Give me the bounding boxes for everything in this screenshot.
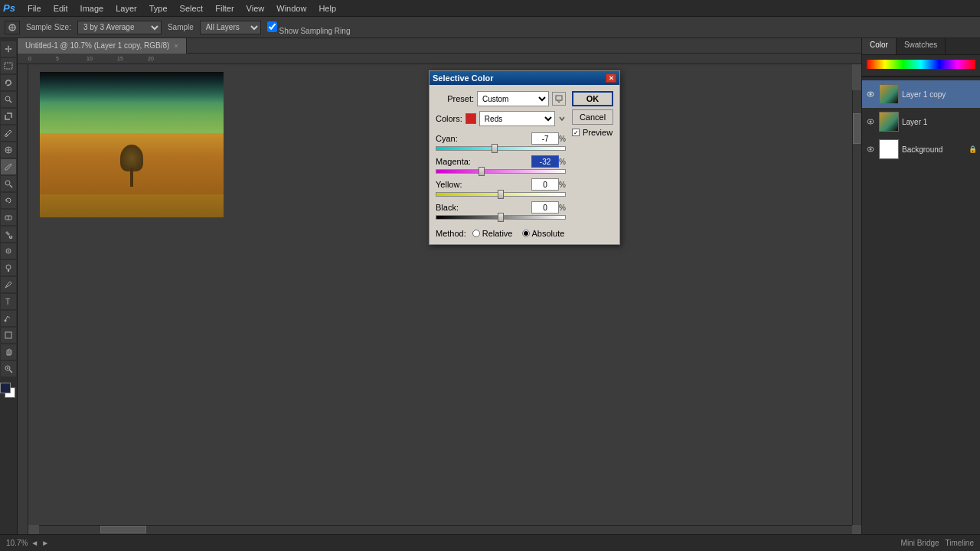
healing-brush-tool[interactable] xyxy=(1,142,16,158)
yellow-input[interactable] xyxy=(531,178,559,191)
cyan-input[interactable] xyxy=(531,132,559,145)
preset-load-button[interactable] xyxy=(552,92,566,106)
show-sampling-ring-label: Show Sampling Ring xyxy=(267,20,351,35)
tab-color[interactable]: Color xyxy=(862,38,897,54)
preset-label: Preset: xyxy=(436,94,474,103)
eraser-tool[interactable] xyxy=(1,210,16,225)
svg-point-31 xyxy=(870,148,872,151)
preset-select[interactable]: Custom xyxy=(477,91,549,106)
pen-tool[interactable] xyxy=(1,277,16,292)
rectangle-select-tool[interactable] xyxy=(1,58,16,73)
foreground-color-swatch[interactable] xyxy=(0,383,11,393)
shape-tool[interactable] xyxy=(1,328,16,343)
scroll-horizontal[interactable] xyxy=(39,525,852,534)
yellow-pct: % xyxy=(559,181,566,189)
svg-point-20 xyxy=(5,320,7,322)
nav-prev[interactable]: ◄ xyxy=(31,539,38,547)
dodge-tool[interactable] xyxy=(1,260,16,276)
black-track[interactable] xyxy=(436,215,566,220)
canvas-tab[interactable]: Untitled-1 @ 10.7% (Layer 1 copy, RGB/8)… xyxy=(18,38,187,54)
hand-tool[interactable] xyxy=(1,344,16,360)
ruler-horizontal: 0 5 10 15 20 xyxy=(18,54,861,64)
menu-filter[interactable]: Filter xyxy=(209,2,240,15)
clone-stamp-tool[interactable] xyxy=(1,176,16,191)
layer-item[interactable]: Layer 1 copy xyxy=(862,80,980,108)
menu-image[interactable]: Image xyxy=(74,2,110,15)
layer-lock-icon: 🔒 xyxy=(969,145,977,153)
layer-item[interactable]: Background 🔒 xyxy=(862,135,980,163)
color-swatches[interactable] xyxy=(0,383,17,399)
menu-file[interactable]: File xyxy=(21,2,47,15)
sample-size-select[interactable]: 3 by 3 Average xyxy=(77,21,162,34)
menu-layer[interactable]: Layer xyxy=(109,2,143,15)
text-tool[interactable]: T xyxy=(1,294,16,309)
canvas-tab-close[interactable]: × xyxy=(174,42,178,50)
left-toolbar: T xyxy=(0,38,18,534)
menu-view[interactable]: View xyxy=(240,2,271,15)
preview-checkbox[interactable]: ✓ xyxy=(572,129,580,136)
history-brush-tool[interactable] xyxy=(1,193,16,208)
layer-thumbnail xyxy=(879,84,899,104)
tool-preset-picker[interactable] xyxy=(5,21,20,34)
move-tool[interactable] xyxy=(1,41,16,57)
svg-point-8 xyxy=(5,135,8,137)
magenta-label: Magenta: xyxy=(436,157,471,166)
layer-visibility-eye[interactable] xyxy=(865,116,876,127)
svg-rect-21 xyxy=(5,332,11,338)
zoom-level: 10.7% xyxy=(6,539,28,547)
bottom-tab-timeline[interactable]: Timeline xyxy=(946,539,974,547)
svg-point-16 xyxy=(8,250,10,253)
lasso-tool[interactable] xyxy=(1,75,16,90)
magenta-thumb[interactable] xyxy=(479,167,485,176)
right-panel: Color Swatches Layer 1 copy xyxy=(861,38,980,534)
color-spectrum-bar[interactable] xyxy=(867,60,975,69)
bottom-tab-mini-bridge[interactable]: Mini Bridge xyxy=(901,539,939,547)
all-layers-select[interactable]: All Layers xyxy=(200,21,261,34)
nav-next[interactable]: ► xyxy=(41,539,49,547)
black-input[interactable] xyxy=(531,201,559,214)
canvas-image xyxy=(40,72,224,217)
yellow-track[interactable] xyxy=(436,192,566,197)
relative-radio[interactable] xyxy=(472,230,480,237)
cyan-thumb[interactable] xyxy=(492,144,498,153)
method-absolute[interactable]: Absolute xyxy=(522,229,565,238)
scroll-vertical[interactable] xyxy=(852,90,861,525)
layer-item[interactable]: Layer 1 xyxy=(862,108,980,135)
layer-visibility-eye[interactable] xyxy=(865,89,876,99)
method-relative[interactable]: Relative xyxy=(472,229,513,238)
ok-button[interactable]: OK xyxy=(572,91,613,106)
cyan-track[interactable] xyxy=(436,146,566,151)
black-thumb[interactable] xyxy=(498,213,504,222)
menu-edit[interactable]: Edit xyxy=(47,2,74,15)
blur-tool[interactable] xyxy=(1,243,16,259)
magenta-slider-row: Magenta: % xyxy=(436,155,566,174)
magenta-track[interactable] xyxy=(436,169,566,174)
brush-tool[interactable] xyxy=(1,159,16,174)
yellow-slider-row: Yellow: % xyxy=(436,178,566,197)
layer-visibility-eye[interactable] xyxy=(865,144,876,155)
path-selection-tool[interactable] xyxy=(1,311,16,326)
yellow-thumb[interactable] xyxy=(498,190,504,199)
menu-select[interactable]: Select xyxy=(174,2,210,15)
dialog-close-button[interactable]: ✕ xyxy=(606,73,616,83)
crop-tool[interactable] xyxy=(1,109,16,124)
method-row: Method: Relative Absolute xyxy=(436,229,613,238)
layer-name: Layer 1 xyxy=(902,118,977,126)
tab-swatches[interactable]: Swatches xyxy=(897,38,946,54)
show-sampling-ring-checkbox[interactable] xyxy=(267,20,277,34)
options-bar: Sample Size: 3 by 3 Average Sample All L… xyxy=(0,17,980,38)
paint-bucket-tool[interactable] xyxy=(1,227,16,242)
menu-type[interactable]: Type xyxy=(143,2,174,15)
absolute-label: Absolute xyxy=(532,229,565,238)
eyedropper-tool[interactable] xyxy=(1,126,16,141)
menu-help[interactable]: Help xyxy=(312,2,342,15)
colors-label: Colors: xyxy=(436,114,462,123)
menu-window[interactable]: Window xyxy=(270,2,312,15)
absolute-radio[interactable] xyxy=(522,230,530,237)
zoom-tool[interactable] xyxy=(1,361,16,377)
colors-select[interactable]: Reds xyxy=(479,111,555,126)
magenta-input[interactable] xyxy=(531,155,559,168)
black-label: Black: xyxy=(436,203,459,212)
quick-select-tool[interactable] xyxy=(1,92,16,107)
cancel-button[interactable]: Cancel xyxy=(572,109,613,125)
